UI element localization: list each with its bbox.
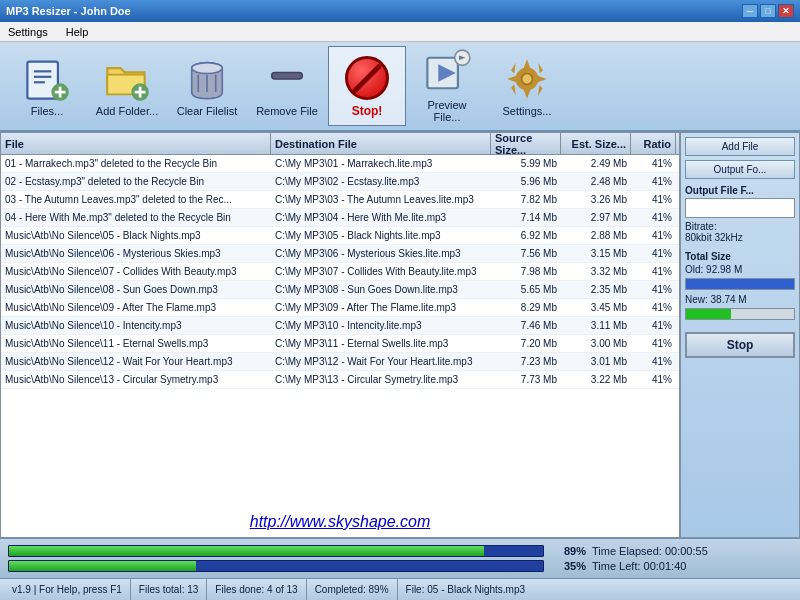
output-folder-button[interactable]: Output Fo... xyxy=(685,160,795,179)
progress-row-2: 35% Time Left: 00:01:40 xyxy=(8,560,792,572)
cell-ratio: 41% xyxy=(631,229,676,242)
old-size-row: Old: 92.98 M xyxy=(685,264,795,275)
minimize-button[interactable]: ─ xyxy=(742,4,758,18)
cell-est-size: 3.22 Mb xyxy=(561,373,631,386)
clear-filelist-button[interactable]: Clear Filelist xyxy=(168,46,246,126)
add-files-button[interactable]: Files... xyxy=(8,46,86,126)
preview-file-button[interactable]: Preview File... xyxy=(408,46,486,126)
add-folder-button[interactable]: Add Folder... xyxy=(88,46,166,126)
table-row[interactable]: 01 - Marrakech.mp3" deleted to the Recyc… xyxy=(1,155,679,173)
table-row[interactable]: 04 - Here With Me.mp3" deleted to the Re… xyxy=(1,209,679,227)
col-header-est-size: Est. Size... xyxy=(561,133,631,154)
old-size-bar xyxy=(686,279,794,289)
cell-ratio: 41% xyxy=(631,265,676,278)
settings-icon xyxy=(503,55,551,103)
table-row[interactable]: 02 - Ecstasy.mp3" deleted to the Recycle… xyxy=(1,173,679,191)
close-button[interactable]: ✕ xyxy=(778,4,794,18)
progress-row-1: 89% Time Elapsed: 00:00:55 xyxy=(8,545,792,557)
new-size-bar xyxy=(686,309,731,319)
maximize-button[interactable]: □ xyxy=(760,4,776,18)
cell-dest: C:\My MP3\06 - Mysterious Skies.lite.mp3 xyxy=(271,247,491,260)
cell-dest: C:\My MP3\07 - Collides With Beauty.lite… xyxy=(271,265,491,278)
cell-ratio: 41% xyxy=(631,175,676,188)
table-row[interactable]: Music\Atb\No Silence\07 - Collides With … xyxy=(1,263,679,281)
title-text: MP3 Resizer - John Doe xyxy=(6,5,131,17)
svg-rect-16 xyxy=(272,72,303,79)
table-row[interactable]: Music\Atb\No Silence\11 - Eternal Swells… xyxy=(1,335,679,353)
cell-src-size: 6.92 Mb xyxy=(491,229,561,242)
menu-help[interactable]: Help xyxy=(62,25,93,39)
cell-ratio: 41% xyxy=(631,211,676,224)
table-row[interactable]: Music\Atb\No Silence\06 - Mysterious Ski… xyxy=(1,245,679,263)
cell-src-size: 7.23 Mb xyxy=(491,355,561,368)
menu-settings[interactable]: Settings xyxy=(4,25,52,39)
progress-bar-1-outer xyxy=(8,545,544,557)
add-file-right-button[interactable]: Add File xyxy=(685,137,795,156)
status-files-total-text: Files total: 13 xyxy=(139,584,198,595)
table-row[interactable]: Music\Atb\No Silence\13 - Circular Symet… xyxy=(1,371,679,389)
cell-src-size: 7.82 Mb xyxy=(491,193,561,206)
cell-src-size: 7.46 Mb xyxy=(491,319,561,332)
table-row[interactable]: Music\Atb\No Silence\08 - Sun Goes Down.… xyxy=(1,281,679,299)
progress-bar-2-outer xyxy=(8,560,544,572)
cell-src-size: 7.98 Mb xyxy=(491,265,561,278)
right-panel: Add File Output Fo... Output File F... B… xyxy=(680,132,800,538)
cell-est-size: 2.88 Mb xyxy=(561,229,631,242)
cell-est-size: 3.11 Mb xyxy=(561,319,631,332)
cell-dest: C:\My MP3\11 - Eternal Swells.lite.mp3 xyxy=(271,337,491,350)
cell-dest: C:\My MP3\10 - Intencity.lite.mp3 xyxy=(271,319,491,332)
status-completed-text: Completed: 89% xyxy=(315,584,389,595)
output-format-box xyxy=(685,198,795,218)
table-row[interactable]: Music\Atb\No Silence\10 - Intencity.mp3 … xyxy=(1,317,679,335)
window-controls[interactable]: ─ □ ✕ xyxy=(742,4,794,18)
old-size-text: Old: 92.98 M xyxy=(685,264,742,275)
table-row[interactable]: Music\Atb\No Silence\09 - After The Flam… xyxy=(1,299,679,317)
table-row[interactable]: 03 - The Autumn Leaves.mp3" deleted to t… xyxy=(1,191,679,209)
watermark-area: http://www.skyshape.com xyxy=(1,507,679,537)
cell-file: Music\Atb\No Silence\13 - Circular Symet… xyxy=(1,373,271,386)
col-header-file: File xyxy=(1,133,271,154)
cell-file: Music\Atb\No Silence\11 - Eternal Swells… xyxy=(1,337,271,350)
cell-file: Music\Atb\No Silence\06 - Mysterious Ski… xyxy=(1,247,271,260)
cell-est-size: 3.01 Mb xyxy=(561,355,631,368)
progress-time-1: Time Elapsed: 00:00:55 xyxy=(592,545,792,557)
svg-point-23 xyxy=(522,74,533,85)
output-section: Output File F... Bitrate: 80kbit 32kHz xyxy=(685,185,795,243)
clear-filelist-icon xyxy=(183,55,231,103)
cell-dest: C:\My MP3\08 - Sun Goes Down.lite.mp3 xyxy=(271,283,491,296)
add-folder-icon xyxy=(103,55,151,103)
main-area: File Destination File Source Size... Est… xyxy=(0,132,800,538)
cell-ratio: 41% xyxy=(631,247,676,260)
table-row[interactable]: Music\Atb\No Silence\12 - Wait For Your … xyxy=(1,353,679,371)
progress-pct-2: 35% xyxy=(550,560,586,572)
col-header-dest: Destination File xyxy=(271,133,491,154)
cell-ratio: 41% xyxy=(631,301,676,314)
cell-file: 04 - Here With Me.mp3" deleted to the Re… xyxy=(1,211,271,224)
remove-file-button[interactable]: Remove File xyxy=(248,46,326,126)
file-list-header: File Destination File Source Size... Est… xyxy=(1,133,679,155)
cell-ratio: 41% xyxy=(631,283,676,296)
file-list-body[interactable]: 01 - Marrakech.mp3" deleted to the Recyc… xyxy=(1,155,679,507)
cell-dest: C:\My MP3\12 - Wait For Your Heart.lite.… xyxy=(271,355,491,368)
cell-src-size: 5.96 Mb xyxy=(491,175,561,188)
cell-file: 01 - Marrakech.mp3" deleted to the Recyc… xyxy=(1,157,271,170)
preview-file-icon xyxy=(423,49,471,97)
menu-bar: Settings Help xyxy=(0,22,800,42)
cell-est-size: 3.32 Mb xyxy=(561,265,631,278)
status-version: v1.9 | For Help, press F1 xyxy=(4,579,131,600)
new-size-row: New: 38.74 M xyxy=(685,294,795,305)
stop-button[interactable]: Stop! xyxy=(328,46,406,126)
watermark-url: http://www.skyshape.com xyxy=(250,513,431,531)
bitrate-label: Bitrate: xyxy=(685,221,795,232)
cell-ratio: 41% xyxy=(631,337,676,350)
cell-est-size: 2.97 Mb xyxy=(561,211,631,224)
status-current-file-text: File: 05 - Black Nights.mp3 xyxy=(406,584,526,595)
cell-est-size: 3.26 Mb xyxy=(561,193,631,206)
old-size-bar-container xyxy=(685,278,795,290)
cell-src-size: 7.14 Mb xyxy=(491,211,561,224)
table-row[interactable]: Music\Atb\No Silence\05 - Black Nights.m… xyxy=(1,227,679,245)
col-header-src-size: Source Size... xyxy=(491,133,561,154)
cell-src-size: 5.99 Mb xyxy=(491,157,561,170)
stop-right-button[interactable]: Stop xyxy=(685,332,795,358)
settings-button[interactable]: Settings... xyxy=(488,46,566,126)
